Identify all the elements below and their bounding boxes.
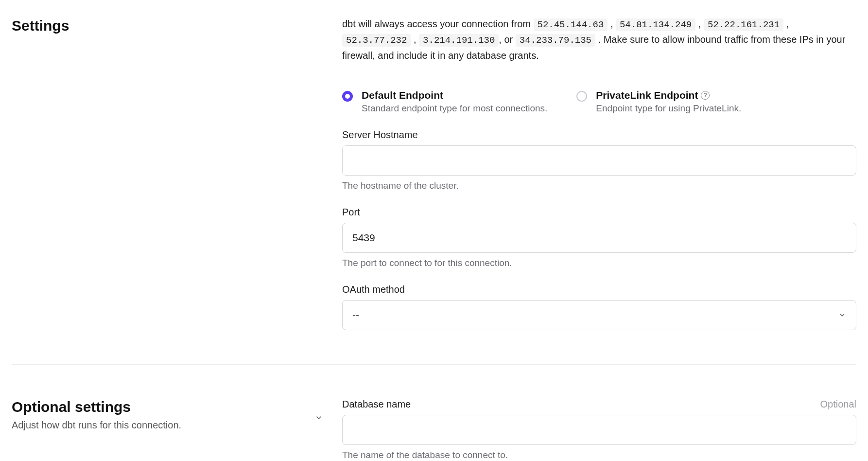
settings-layout: Settings dbt will always access your con…: [12, 10, 856, 461]
settings-left-col: Settings: [12, 10, 323, 330]
port-field: Port The port to connect to for this con…: [342, 207, 856, 268]
oauth-select-wrapper: --: [342, 295, 856, 330]
hostname-help: The hostname of the cluster.: [342, 180, 856, 191]
ip-address: 52.3.77.232: [342, 34, 411, 47]
port-input[interactable]: [342, 223, 856, 253]
dbname-input[interactable]: [342, 415, 856, 445]
optional-subtitle: Adjust how dbt runs for this connection.: [12, 418, 181, 432]
settings-title: Settings: [12, 18, 323, 34]
hostname-field: Server Hostname The hostname of the clus…: [342, 129, 856, 191]
chevron-down-icon[interactable]: [315, 414, 323, 424]
port-label: Port: [342, 207, 856, 218]
endpoint-default-label: Default Endpoint: [362, 89, 547, 101]
hostname-label: Server Hostname: [342, 129, 856, 141]
dbname-label: Database name: [342, 399, 411, 410]
oauth-label: OAuth method: [342, 284, 856, 295]
port-help: The port to connect to for this connecti…: [342, 258, 856, 268]
radio-unselected-icon: [576, 91, 587, 102]
ip-sep: ,: [783, 18, 789, 29]
help-icon[interactable]: ?: [701, 91, 710, 100]
dbname-label-row: Database name Optional: [342, 399, 856, 410]
optional-header-row[interactable]: Optional settings Adjust how dbt runs fo…: [12, 399, 323, 432]
endpoint-privatelink-option[interactable]: PrivateLink Endpoint ? Endpoint type for…: [576, 89, 741, 114]
dbname-help: The name of the database to connect to.: [342, 450, 856, 461]
optional-right-col: Database name Optional The name of the d…: [342, 399, 856, 461]
endpoint-default-option[interactable]: Default Endpoint Standard endpoint type …: [342, 89, 547, 114]
endpoint-privatelink-label-text: PrivateLink Endpoint: [596, 89, 698, 101]
oauth-field: OAuth method --: [342, 284, 856, 330]
radio-selected-icon: [342, 91, 353, 102]
hostname-input[interactable]: [342, 145, 856, 176]
optional-header-text: Optional settings Adjust how dbt runs fo…: [12, 399, 181, 432]
settings-right-col: dbt will always access your connection f…: [342, 10, 856, 330]
ip-address: 3.214.191.130: [419, 34, 499, 47]
section-divider: [12, 364, 856, 365]
endpoint-privatelink-label: PrivateLink Endpoint ?: [596, 89, 741, 101]
intro-prefix: dbt will always access your connection f…: [342, 18, 534, 29]
ip-address: 52.22.161.231: [704, 18, 783, 31]
ip-sep: ,: [608, 18, 616, 29]
endpoint-privatelink-desc: Endpoint type for using PrivateLink.: [596, 103, 741, 114]
ip-sep: ,: [411, 34, 419, 45]
endpoint-default-desc: Standard endpoint type for most connecti…: [362, 103, 547, 114]
dbname-field: Database name Optional The name of the d…: [342, 399, 856, 461]
ip-sep: ,: [695, 18, 704, 29]
ip-address: 54.81.134.249: [616, 18, 695, 31]
ip-address: 52.45.144.63: [534, 18, 608, 31]
oauth-select[interactable]: --: [342, 300, 856, 330]
ip-sep-or: , or: [499, 34, 515, 45]
endpoint-privatelink-texts: PrivateLink Endpoint ? Endpoint type for…: [596, 89, 741, 114]
optional-title: Optional settings: [12, 399, 181, 415]
ip-allowlist-note: dbt will always access your connection f…: [342, 17, 856, 63]
ip-address: 34.233.79.135: [516, 34, 595, 47]
endpoint-default-texts: Default Endpoint Standard endpoint type …: [362, 89, 547, 114]
endpoint-type-group: Default Endpoint Standard endpoint type …: [342, 89, 856, 114]
dbname-optional-tag: Optional: [820, 399, 857, 410]
optional-left-col: Optional settings Adjust how dbt runs fo…: [12, 399, 323, 461]
